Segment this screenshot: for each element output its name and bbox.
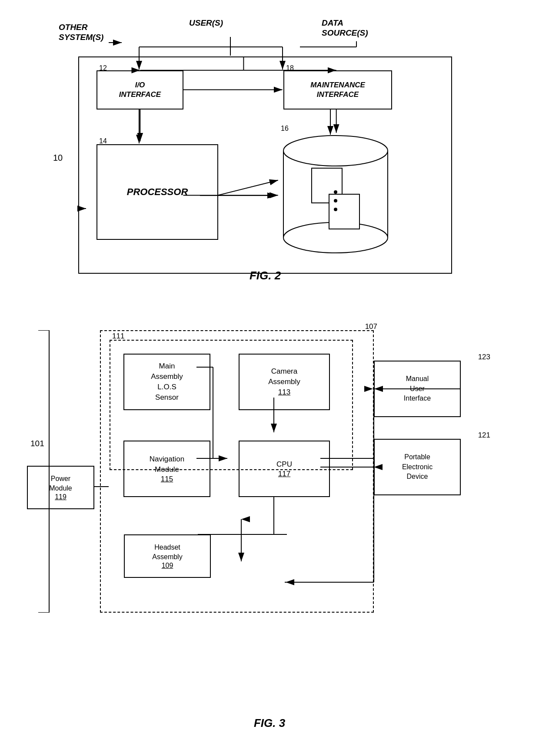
svg-point-8 xyxy=(334,208,337,211)
manual-ui-label: ManualUserInterface xyxy=(404,374,431,403)
fig2-diagram: OTHERSYSTEM(S) USER(S) DATASOURCE(S) 10 … xyxy=(35,13,496,282)
maintenance-interface-label: MAINTENANCEINTERFACE xyxy=(310,80,365,99)
svg-line-13 xyxy=(218,180,278,196)
headset-assembly-box: HeadsetAssembly 109 xyxy=(124,534,211,578)
database-num: 16 xyxy=(281,125,289,133)
fig2-outer-box: 10 12 I/OINTERFACE 18 MAINTENANCEINTERFA… xyxy=(78,56,452,274)
svg-point-6 xyxy=(334,190,337,194)
svg-point-7 xyxy=(334,199,337,202)
manual-ui-box: 123 ManualUserInterface xyxy=(374,361,461,417)
io-interface-box: 12 I/OINTERFACE xyxy=(96,70,183,109)
power-module-box: PowerModule 119 xyxy=(27,466,94,509)
label-101: 101 xyxy=(30,439,44,448)
camera-assembly-num: 113 xyxy=(278,388,290,396)
io-interface-num: 12 xyxy=(99,64,107,72)
headset-box-label: HeadsetAssembly xyxy=(152,543,182,562)
portable-device-num: 121 xyxy=(478,431,490,440)
processor-box: 14 PROCESSOR xyxy=(96,144,218,240)
fig2-caption: FIG. 2 xyxy=(35,269,496,282)
manual-ui-num: 123 xyxy=(478,353,490,361)
io-interface-label: I/OINTERFACE xyxy=(119,80,161,99)
maintenance-interface-box: 18 MAINTENANCEINTERFACE xyxy=(283,70,392,109)
svg-point-0 xyxy=(283,136,388,166)
camera-box-label: CameraAssembly113 xyxy=(268,366,300,397)
cpu-box-label: CPU xyxy=(276,459,292,470)
camera-assembly-box: CameraAssembly113 xyxy=(239,354,330,410)
nav-box-label: NavigationModule xyxy=(150,454,184,475)
power-box-label: PowerModule xyxy=(49,474,72,494)
fig2-num-10: 10 xyxy=(53,153,63,163)
processor-label: PROCESSOR xyxy=(127,186,188,198)
label-data-source: DATASOURCE(S) xyxy=(322,18,368,38)
database-cylinder: 16 xyxy=(279,133,392,255)
processor-num: 14 xyxy=(99,137,107,145)
portable-device-box: 121 PortableElectronicDevice xyxy=(374,439,461,495)
navigation-module-num: 115 xyxy=(161,475,173,484)
maintenance-interface-num: 18 xyxy=(286,64,294,72)
label-other-systems: OTHERSYSTEM(S) xyxy=(59,23,103,43)
fig3-title: FIG. 3 xyxy=(254,716,285,729)
label-111: 111 xyxy=(112,332,124,341)
fig2-title: FIG. 2 xyxy=(250,269,281,282)
cpu-box: CPU 117 xyxy=(239,441,330,497)
navigation-module-box: NavigationModule 115 xyxy=(123,441,210,497)
label-users: USER(S) xyxy=(189,18,223,28)
headset-assembly-num: 109 xyxy=(162,562,173,570)
power-module-num: 119 xyxy=(55,493,67,501)
fig3-diagram: 101 107 111 MainAssemblyL.O.SSensor Came… xyxy=(26,304,513,730)
dashed-box-111: 111 MainAssemblyL.O.SSensor CameraAssemb… xyxy=(110,340,353,470)
los-box-label: MainAssemblyL.O.SSensor xyxy=(151,361,183,402)
portable-device-label: PortableElectronicDevice xyxy=(402,452,433,481)
cpu-box-num: 117 xyxy=(278,470,290,478)
label-107: 107 xyxy=(365,322,377,331)
fig3-caption: FIG. 3 xyxy=(26,716,513,730)
main-assembly-los-box: MainAssemblyL.O.SSensor xyxy=(123,354,210,410)
svg-rect-5 xyxy=(329,194,359,229)
page: OTHERSYSTEM(S) USER(S) DATASOURCE(S) 10 … xyxy=(0,0,539,756)
